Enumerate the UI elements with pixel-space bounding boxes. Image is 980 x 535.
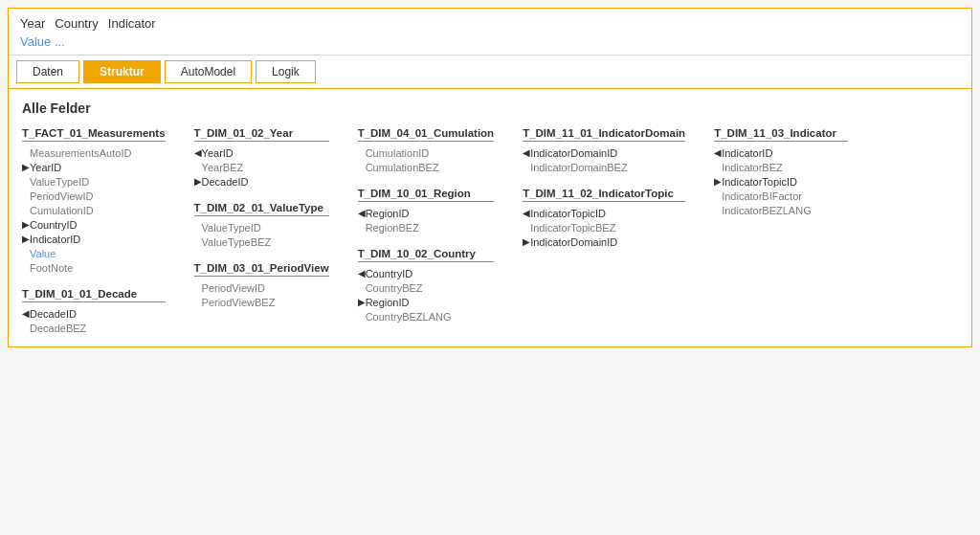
field-item: ◀IndicatorTopicID [523,206,685,220]
field-item: CumulationBEZ [358,160,495,174]
field-group-title-1-1: T_DIM_02_01_ValueType [194,202,329,216]
field-item: CountryBEZLANG [358,309,495,323]
field-group-title-1-0: T_DIM_01_02_Year [194,127,329,142]
field-item: IndicatorDomainBEZ [523,160,685,174]
main-content: Alle Felder T_FACT_01_MeasurementsMeasur… [9,89,971,346]
field-year: Year [20,16,45,31]
field-item: IndicatorBIFactor [714,189,848,203]
field-group-3-1: T_DIM_11_02_IndicatorTopic◀IndicatorTopi… [523,188,704,249]
top-bar-value: Value ... [20,34,960,49]
field-item: PeriodViewID [22,189,166,203]
field-item: IndicatorBEZ [714,160,848,174]
column-1: T_DIM_01_02_Year◀YearIDYearBEZ▶DecadeIDT… [194,127,358,335]
tab-automodel[interactable]: AutoModel [165,60,252,83]
field-item: RegionBEZ [358,220,495,234]
tab-struktur[interactable]: Struktur [83,60,161,83]
field-item: Value [22,246,166,260]
field-group-4-0: T_DIM_11_03_Indicator◀IndicatorIDIndicat… [714,127,867,217]
top-bar-fields: Year Country Indicator [20,16,960,31]
field-group-2-0: T_DIM_04_01_CumulationCumulationIDCumula… [358,127,514,174]
field-item: CumulationID [22,203,166,217]
field-item: IndicatorTopicBEZ [523,220,685,234]
columns-wrapper: T_FACT_01_MeasurementsMeasurementsAutoID… [22,127,958,335]
field-country: Country [55,16,99,31]
field-item: ◀CountryID [358,266,495,280]
column-3: T_DIM_11_01_IndicatorDomain◀IndicatorDom… [523,127,714,335]
field-group-title-0-0: T_FACT_01_Measurements [22,127,166,142]
field-group-title-3-1: T_DIM_11_02_IndicatorTopic [523,188,685,202]
field-group-1-0: T_DIM_01_02_Year◀YearIDYearBEZ▶DecadeID [194,127,348,189]
field-item: ◀YearID [194,145,329,160]
field-item: PeriodViewID [194,280,329,295]
tab-logik[interactable]: Logik [256,60,316,83]
field-item: ▶IndicatorDomainID [523,234,685,249]
field-group-title-0-1: T_DIM_01_01_Decade [22,288,166,302]
tab-daten[interactable]: Daten [16,60,79,83]
field-group-2-1: T_DIM_10_01_Region◀RegionIDRegionBEZ [358,188,514,234]
column-4: T_DIM_11_03_Indicator◀IndicatorIDIndicat… [714,127,877,335]
field-group-1-2: T_DIM_03_01_PeriodViewPeriodViewIDPeriod… [194,262,348,309]
field-group-title-1-2: T_DIM_03_01_PeriodView [194,262,329,277]
field-item: FootNote [22,260,166,275]
field-item: ▶RegionID [358,295,495,309]
field-item: CountryBEZ [358,280,495,295]
field-item: ◀RegionID [358,206,495,220]
field-item: ◀IndicatorDomainID [523,145,685,160]
field-group-2-2: T_DIM_10_02_Country◀CountryIDCountryBEZ▶… [358,248,514,323]
field-item: ◀IndicatorID [714,145,848,160]
field-item: ▶DecadeID [194,174,329,189]
tabs-bar: DatenStrukturAutoModelLogik [9,56,971,89]
field-item: ◀DecadeID [22,306,166,321]
field-item: ValueTypeBEZ [194,234,329,249]
field-item: IndicatorBEZLANG [714,203,848,217]
main-container: Year Country Indicator Value ... DatenSt… [8,8,972,347]
field-indicator: Indicator [108,16,156,31]
field-group-title-2-0: T_DIM_04_01_Cumulation [358,127,495,142]
field-item: PeriodViewBEZ [194,295,329,309]
field-item: CumulationID [358,145,495,160]
section-title: Alle Felder [22,100,958,116]
field-item: ▶IndicatorTopicID [714,174,848,189]
field-group-1-1: T_DIM_02_01_ValueTypeValueTypeIDValueTyp… [194,202,348,249]
field-group-title-2-1: T_DIM_10_01_Region [358,188,495,202]
field-item: ValueTypeID [22,174,166,189]
top-bar: Year Country Indicator Value ... [9,9,971,56]
field-group-3-0: T_DIM_11_01_IndicatorDomain◀IndicatorDom… [523,127,704,174]
field-group-title-4-0: T_DIM_11_03_Indicator [714,127,848,142]
field-item: DecadeBEZ [22,321,166,335]
field-item: ▶CountryID [22,217,166,232]
column-0: T_FACT_01_MeasurementsMeasurementsAutoID… [22,127,194,335]
field-item: ▶YearID [22,160,166,174]
field-item: ▶IndicatorID [22,232,166,246]
field-group-title-3-0: T_DIM_11_01_IndicatorDomain [523,127,685,142]
field-item: MeasurementsAutoID [22,145,166,160]
field-item: YearBEZ [194,160,329,174]
column-2: T_DIM_04_01_CumulationCumulationIDCumula… [358,127,523,335]
field-group-title-2-2: T_DIM_10_02_Country [358,248,495,262]
field-group-0-1: T_DIM_01_01_Decade◀DecadeIDDecadeBEZ [22,288,185,335]
field-item: ValueTypeID [194,220,329,234]
field-group-0-0: T_FACT_01_MeasurementsMeasurementsAutoID… [22,127,185,275]
